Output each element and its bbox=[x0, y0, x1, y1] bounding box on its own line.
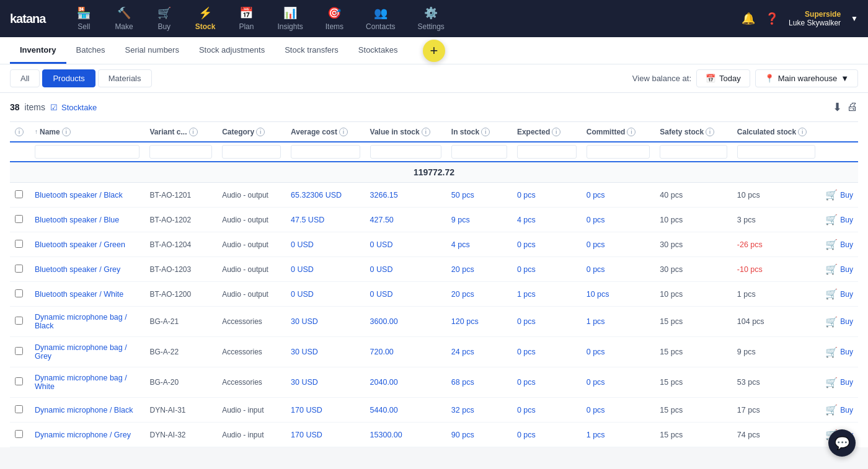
th-name[interactable]: ↑ Name i bbox=[30, 122, 144, 142]
row-expected[interactable]: 0 pcs bbox=[517, 265, 536, 274]
filter-avg-cost-input[interactable] bbox=[291, 145, 360, 159]
nav-stock[interactable]: ⚡ Stock bbox=[185, 1, 226, 36]
row-in-stock[interactable]: 50 pcs bbox=[451, 191, 474, 199]
tab-stock-adjustments[interactable]: Stock adjustments bbox=[189, 38, 275, 64]
row-avg-cost[interactable]: 65.32306 USD bbox=[291, 191, 342, 199]
row-expected[interactable]: 4 pcs bbox=[517, 216, 536, 224]
row-value-stock[interactable]: 720.00 bbox=[370, 348, 394, 356]
row-checkbox[interactable] bbox=[15, 317, 23, 325]
nav-buy[interactable]: 🛒 Buy bbox=[146, 1, 183, 36]
filter-calc-input[interactable] bbox=[737, 145, 815, 159]
filter-variant-input[interactable] bbox=[149, 145, 212, 159]
info-circle-icon[interactable]: i bbox=[15, 128, 24, 136]
row-avg-cost[interactable]: 0 USD bbox=[291, 240, 314, 249]
row-name-link[interactable]: Bluetooth speaker / Black bbox=[35, 191, 123, 199]
row-checkbox[interactable] bbox=[15, 265, 23, 273]
th-value-in-stock[interactable]: Value in stock i bbox=[365, 122, 446, 142]
filter-materials-button[interactable]: Materials bbox=[98, 69, 152, 87]
th-variant-info-icon[interactable]: i bbox=[189, 128, 198, 136]
row-in-stock[interactable]: 32 pcs bbox=[451, 406, 474, 414]
row-avg-cost[interactable]: 170 USD bbox=[291, 431, 322, 439]
row-name-link[interactable]: Bluetooth speaker / Green bbox=[35, 240, 125, 249]
row-avg-cost[interactable]: 47.5 USD bbox=[291, 216, 324, 224]
row-expected[interactable]: 0 pcs bbox=[517, 317, 536, 326]
row-committed[interactable]: 0 pcs bbox=[587, 216, 605, 224]
warehouse-selector-button[interactable]: 📍 Main warehouse ▼ bbox=[755, 69, 858, 87]
th-committed-info-icon[interactable]: i bbox=[627, 128, 636, 136]
th-committed[interactable]: Committed i bbox=[582, 122, 655, 142]
row-expected[interactable]: 0 pcs bbox=[517, 191, 536, 199]
row-avg-cost[interactable]: 30 USD bbox=[291, 317, 318, 326]
row-checkbox[interactable] bbox=[15, 347, 23, 355]
buy-button[interactable]: 🛒 Buy bbox=[825, 316, 853, 328]
row-committed[interactable]: 0 pcs bbox=[587, 378, 605, 387]
row-checkbox[interactable] bbox=[15, 215, 23, 223]
row-name-link[interactable]: Dynamic microphone / Black bbox=[35, 406, 133, 414]
row-in-stock[interactable]: 120 pcs bbox=[451, 317, 479, 326]
filter-products-button[interactable]: Products bbox=[42, 69, 95, 87]
nav-contacts[interactable]: 👥 Contacts bbox=[356, 1, 405, 36]
th-avg-cost-info-icon[interactable]: i bbox=[339, 128, 348, 136]
row-committed[interactable]: 0 pcs bbox=[587, 240, 605, 249]
row-name-link[interactable]: Bluetooth speaker / Grey bbox=[35, 265, 120, 274]
row-name-link[interactable]: Dynamic microphone bag / Grey bbox=[35, 343, 127, 361]
row-name-link[interactable]: Dynamic microphone / Grey bbox=[35, 431, 131, 439]
row-committed[interactable]: 10 pcs bbox=[587, 290, 609, 299]
date-picker-button[interactable]: 📅 Today bbox=[696, 69, 750, 87]
buy-button[interactable]: 🛒 Buy bbox=[825, 346, 853, 358]
row-avg-cost[interactable]: 0 USD bbox=[291, 290, 314, 299]
row-value-stock[interactable]: 0 USD bbox=[370, 240, 393, 249]
row-avg-cost[interactable]: 170 USD bbox=[291, 406, 322, 414]
buy-button[interactable]: 🛒 Buy bbox=[825, 377, 853, 388]
row-expected[interactable]: 0 pcs bbox=[517, 348, 536, 356]
row-checkbox[interactable] bbox=[15, 405, 23, 413]
th-expected[interactable]: Expected i bbox=[512, 122, 582, 142]
th-calculated-stock[interactable]: Calculated stock i bbox=[732, 122, 820, 142]
row-in-stock[interactable]: 20 pcs bbox=[451, 265, 474, 274]
buy-button[interactable]: 🛒 Buy bbox=[825, 404, 853, 416]
row-value-stock[interactable]: 3266.15 bbox=[370, 191, 398, 199]
row-expected[interactable]: 0 pcs bbox=[517, 406, 536, 414]
user-info[interactable]: Superside Luke Skywalker bbox=[789, 10, 841, 27]
filter-committed-input[interactable] bbox=[587, 145, 650, 159]
nav-settings[interactable]: ⚙️ Settings bbox=[407, 1, 454, 36]
row-committed[interactable]: 1 pcs bbox=[587, 431, 605, 439]
row-value-stock[interactable]: 5440.00 bbox=[370, 406, 398, 414]
row-name-link[interactable]: Dynamic microphone bag / White bbox=[35, 374, 127, 391]
row-value-stock[interactable]: 3600.00 bbox=[370, 317, 398, 326]
th-category-info-icon[interactable]: i bbox=[256, 128, 265, 136]
tab-stocktakes[interactable]: Stocktakes bbox=[348, 38, 408, 64]
row-expected[interactable]: 1 pcs bbox=[517, 290, 536, 299]
buy-button[interactable]: 🛒 Buy bbox=[825, 239, 853, 250]
row-expected[interactable]: 0 pcs bbox=[517, 378, 536, 387]
buy-button[interactable]: 🛒 Buy bbox=[825, 288, 853, 300]
th-expected-info-icon[interactable]: i bbox=[552, 128, 560, 136]
row-value-stock[interactable]: 0 USD bbox=[370, 290, 393, 299]
row-in-stock[interactable]: 90 pcs bbox=[451, 431, 474, 439]
row-expected[interactable]: 0 pcs bbox=[517, 431, 536, 439]
tab-inventory[interactable]: Inventory bbox=[10, 38, 66, 64]
th-safety-stock[interactable]: Safety stock i bbox=[655, 122, 732, 142]
nav-items[interactable]: 🎯 Items bbox=[316, 1, 353, 36]
filter-value-input[interactable] bbox=[370, 145, 441, 159]
th-safety-stock-info-icon[interactable]: i bbox=[706, 128, 714, 136]
row-avg-cost[interactable]: 0 USD bbox=[291, 265, 314, 274]
print-icon[interactable]: 🖨 bbox=[847, 100, 858, 114]
stocktake-button[interactable]: ☑ Stocktake bbox=[50, 103, 97, 112]
help-icon[interactable]: ❓ bbox=[765, 12, 779, 25]
buy-button[interactable]: 🛒 Buy bbox=[825, 263, 853, 275]
th-name-info-icon[interactable]: i bbox=[62, 128, 71, 136]
row-checkbox[interactable] bbox=[15, 289, 23, 297]
th-average-cost[interactable]: Average cost i bbox=[286, 122, 365, 142]
row-in-stock[interactable]: 4 pcs bbox=[451, 240, 470, 249]
row-value-stock[interactable]: 0 USD bbox=[370, 265, 393, 274]
th-in-stock-info-icon[interactable]: i bbox=[481, 128, 490, 136]
row-name-link[interactable]: Bluetooth speaker / White bbox=[35, 290, 123, 299]
row-expected[interactable]: 0 pcs bbox=[517, 240, 536, 249]
row-checkbox[interactable] bbox=[15, 240, 23, 248]
row-committed[interactable]: 0 pcs bbox=[587, 406, 605, 414]
row-checkbox[interactable] bbox=[15, 430, 23, 438]
th-variant-code[interactable]: Variant c... i bbox=[144, 122, 217, 142]
row-in-stock[interactable]: 20 pcs bbox=[451, 290, 474, 299]
add-button[interactable]: + bbox=[423, 40, 445, 62]
